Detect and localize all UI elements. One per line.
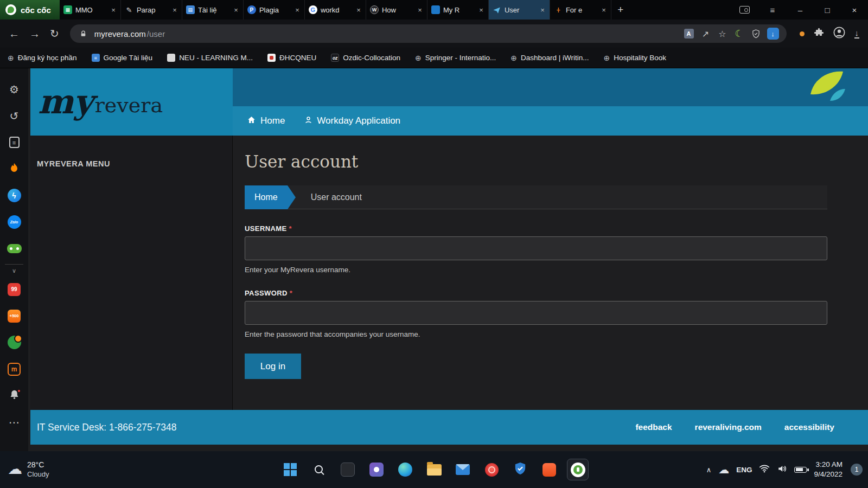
tab-list-icon[interactable]: ≡ bbox=[758, 0, 787, 20]
bookmark-springer[interactable]: ⊕ Springer - Internatio... bbox=[415, 54, 496, 62]
tab-home[interactable]: Home bbox=[245, 185, 288, 209]
bookmark-neu[interactable]: NEU - LEARNING M... bbox=[167, 54, 253, 62]
bookmark-star-icon[interactable]: ☆ bbox=[717, 29, 729, 39]
dark-mode-icon[interactable]: ☾ bbox=[733, 28, 745, 40]
recording-dot-icon[interactable] bbox=[800, 31, 805, 36]
minimize-button[interactable]: – bbox=[787, 0, 814, 20]
weather-widget[interactable]: ☁ 28°C Cloudy bbox=[0, 460, 49, 479]
footer-link-reveraliving[interactable]: reveraliving.com bbox=[695, 422, 762, 432]
tab-close-icon[interactable]: × bbox=[110, 6, 117, 14]
download-box-icon[interactable]: ↓ bbox=[767, 28, 779, 40]
language-indicator[interactable]: ENG bbox=[736, 466, 752, 474]
tab-close-icon[interactable]: × bbox=[539, 6, 546, 14]
rail-history-button[interactable]: ↺ bbox=[0, 102, 28, 129]
rail-games-button[interactable] bbox=[0, 235, 28, 262]
tab-close-icon[interactable]: × bbox=[417, 6, 423, 14]
tab-close-icon[interactable]: × bbox=[355, 6, 362, 14]
rail-collapse-toggle[interactable]: ∨ bbox=[0, 262, 28, 276]
bookmark-dhcqneu[interactable]: ĐHCQNEU bbox=[267, 54, 316, 62]
profile-avatar-icon[interactable] bbox=[833, 27, 845, 41]
back-icon[interactable]: ← bbox=[9, 28, 20, 39]
browser-tab-tailieu[interactable]: ▤ Tài liệ × bbox=[182, 0, 244, 20]
browser-tab-workday[interactable]: G workd × bbox=[305, 0, 366, 20]
bookmark-google-tailieu[interactable]: ≡ Google Tài liệu bbox=[92, 54, 153, 62]
rail-settings-button[interactable]: ⚙ bbox=[0, 76, 28, 102]
bookmark-hospitality[interactable]: ⊕ Hospitality Book bbox=[604, 54, 667, 62]
tab-close-icon[interactable]: × bbox=[233, 6, 239, 14]
coccoc-menu-button[interactable]: cốc cốc bbox=[0, 0, 60, 20]
password-help: Enter the password that accompanies your… bbox=[245, 330, 827, 338]
browser-tab-plagia[interactable]: P Plagia × bbox=[244, 0, 305, 20]
browser-tab-myrevera[interactable]: My R × bbox=[427, 0, 489, 20]
login-button[interactable]: Log in bbox=[245, 354, 301, 379]
rail-notifications-button[interactable] bbox=[0, 382, 28, 409]
myrevera-logo[interactable]: my revera bbox=[30, 68, 233, 136]
rail-shop-m-button[interactable]: m bbox=[0, 356, 28, 382]
maximize-button[interactable]: □ bbox=[814, 0, 841, 20]
orange-favicon-icon: -|- bbox=[554, 5, 563, 14]
share-icon[interactable]: ↗ bbox=[700, 29, 712, 39]
rail-messenger-button[interactable]: ϟ bbox=[0, 182, 28, 209]
taskbar-search-button[interactable] bbox=[308, 459, 330, 480]
nav-home-link[interactable]: Home bbox=[247, 115, 285, 127]
required-marker: * bbox=[289, 224, 292, 233]
forward-icon[interactable]: → bbox=[29, 28, 40, 39]
page-body: MYREVERA MENU User account Home User acc… bbox=[30, 136, 868, 410]
extensions-puzzle-icon[interactable] bbox=[814, 28, 824, 40]
close-button[interactable]: × bbox=[841, 0, 868, 20]
rail-green-app-button[interactable] bbox=[0, 329, 28, 356]
nav-workday-link[interactable]: Workday Application bbox=[304, 115, 400, 127]
rail-shop99-button[interactable]: 99 bbox=[0, 276, 28, 303]
orange-app-button[interactable] bbox=[538, 459, 560, 480]
username-input[interactable] bbox=[245, 236, 827, 260]
rail-reading-list-button[interactable]: ≡ bbox=[0, 129, 28, 156]
notification-count-badge[interactable]: 1 bbox=[851, 464, 863, 476]
browser-tab-parap[interactable]: ✎ Parap × bbox=[121, 0, 182, 20]
translate-icon[interactable]: A bbox=[683, 29, 695, 38]
task-view-button[interactable] bbox=[337, 459, 359, 480]
tray-chevron-icon[interactable]: ∧ bbox=[706, 466, 712, 474]
bookmark-dangky[interactable]: ⊕ Đăng ký học phần bbox=[8, 54, 77, 62]
tab-close-icon[interactable]: × bbox=[171, 6, 178, 14]
tab-close-icon[interactable]: × bbox=[601, 6, 607, 14]
battery-icon[interactable] bbox=[794, 467, 807, 473]
volume-icon[interactable] bbox=[777, 464, 787, 476]
rail-newsfeed-button[interactable] bbox=[0, 156, 28, 182]
lock-icon[interactable] bbox=[78, 30, 90, 38]
camera-app-button[interactable] bbox=[366, 459, 387, 480]
red-app-button[interactable] bbox=[481, 459, 502, 480]
rail-more-button[interactable]: ⋯ bbox=[0, 409, 28, 435]
security-app-button[interactable] bbox=[509, 459, 531, 480]
browser-tab-how[interactable]: W How × bbox=[366, 0, 427, 20]
tab-capture-icon[interactable] bbox=[730, 0, 758, 20]
footer-link-accessibility[interactable]: accessibility bbox=[784, 422, 834, 432]
orange-app-icon bbox=[542, 463, 556, 477]
bookmark-ozdic[interactable]: oz Ozdic-Collocation bbox=[331, 54, 400, 62]
rail-reward500-button[interactable]: +500 bbox=[0, 303, 28, 329]
privacy-shield-icon[interactable] bbox=[750, 29, 762, 38]
plane-favicon-icon bbox=[493, 5, 501, 14]
password-input[interactable] bbox=[245, 301, 827, 325]
onedrive-cloud-icon[interactable]: ☁ bbox=[718, 464, 729, 475]
browser-tab-user-active[interactable]: User × bbox=[489, 0, 550, 20]
edge-browser-button[interactable] bbox=[394, 459, 416, 480]
footer-link-feedback[interactable]: feedback bbox=[635, 422, 672, 432]
system-clock[interactable]: 3:20 AM 9/4/2022 bbox=[814, 460, 843, 479]
windows-taskbar: ☁ 28°C Cloudy ∧ ☁ ENG bbox=[0, 451, 868, 488]
browser-tab-fore[interactable]: -|- For e × bbox=[550, 0, 611, 20]
rail-zalo-button[interactable]: Zalo bbox=[0, 209, 28, 235]
address-bar[interactable]: myrevera.com /user A ↗ ☆ ☾ ↓ bbox=[70, 24, 787, 43]
file-explorer-button[interactable] bbox=[423, 459, 445, 480]
tab-user-account: User account bbox=[311, 192, 362, 202]
windows-start-button[interactable] bbox=[279, 459, 301, 480]
browser-tab-mmo[interactable]: ▦ MMO × bbox=[60, 0, 121, 20]
new-tab-button[interactable]: + bbox=[611, 0, 630, 20]
downloads-tray-icon[interactable]: ↓ bbox=[854, 29, 860, 38]
bookmark-iwriting[interactable]: ⊕ Dashboard | iWritin... bbox=[510, 54, 589, 62]
tab-close-icon[interactable]: × bbox=[294, 6, 301, 14]
wifi-icon[interactable] bbox=[759, 464, 770, 475]
coccoc-browser-button[interactable] bbox=[567, 459, 589, 480]
tab-close-icon[interactable]: × bbox=[478, 6, 484, 14]
reload-icon[interactable]: ↻ bbox=[50, 28, 59, 39]
mail-app-button[interactable] bbox=[452, 459, 474, 480]
